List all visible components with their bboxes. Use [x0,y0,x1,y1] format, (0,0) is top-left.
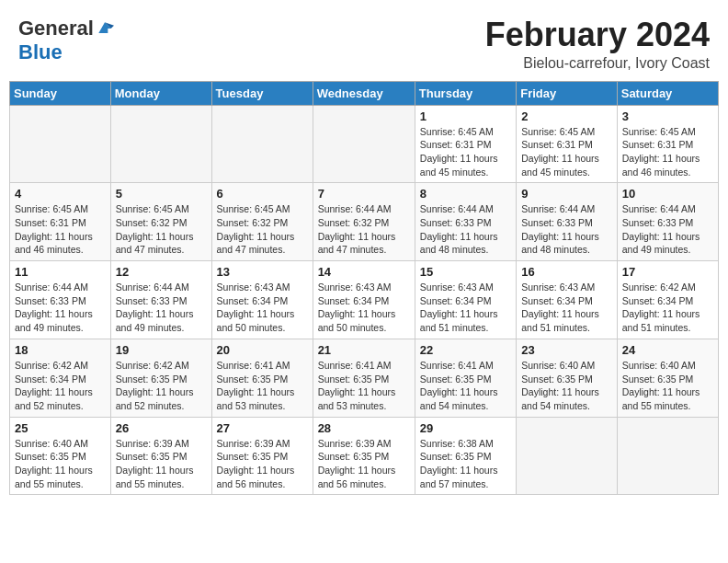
day-number: 5 [116,187,207,201]
day-number: 7 [318,187,410,201]
calendar-weekday-header: Friday [517,81,618,105]
calendar-week-row: 25Sunrise: 6:40 AM Sunset: 6:35 PM Dayli… [10,417,719,495]
calendar-cell [110,105,211,183]
day-number: 19 [116,343,207,357]
day-number: 28 [318,421,410,435]
day-info: Sunrise: 6:41 AM Sunset: 6:35 PM Dayligh… [217,359,308,413]
day-number: 12 [116,265,207,279]
day-info: Sunrise: 6:40 AM Sunset: 6:35 PM Dayligh… [15,437,106,491]
day-number: 1 [420,109,511,123]
calendar-cell: 16Sunrise: 6:43 AM Sunset: 6:34 PM Dayli… [517,261,618,339]
calendar-cell: 29Sunrise: 6:38 AM Sunset: 6:35 PM Dayli… [415,417,516,495]
calendar-cell: 5Sunrise: 6:45 AM Sunset: 6:32 PM Daylig… [110,183,211,261]
calendar-cell: 4Sunrise: 6:45 AM Sunset: 6:31 PM Daylig… [10,183,111,261]
calendar-cell: 17Sunrise: 6:42 AM Sunset: 6:34 PM Dayli… [617,261,718,339]
calendar-body: 1Sunrise: 6:45 AM Sunset: 6:31 PM Daylig… [10,105,719,495]
day-number: 29 [420,421,511,435]
title-section: February 2024 Bielou-carrefour, Ivory Co… [485,17,710,72]
day-info: Sunrise: 6:39 AM Sunset: 6:35 PM Dayligh… [217,437,308,491]
calendar-cell: 6Sunrise: 6:45 AM Sunset: 6:32 PM Daylig… [211,183,313,261]
day-info: Sunrise: 6:40 AM Sunset: 6:35 PM Dayligh… [521,359,612,413]
day-number: 9 [521,187,612,201]
day-info: Sunrise: 6:45 AM Sunset: 6:31 PM Dayligh… [521,125,612,179]
day-info: Sunrise: 6:43 AM Sunset: 6:34 PM Dayligh… [318,281,410,335]
month-title: February 2024 [485,17,710,53]
day-number: 3 [622,109,713,123]
logo-icon [96,19,114,38]
day-info: Sunrise: 6:44 AM Sunset: 6:32 PM Dayligh… [318,202,410,257]
calendar-weekday-header: Monday [110,81,211,105]
day-number: 10 [622,187,713,201]
day-info: Sunrise: 6:43 AM Sunset: 6:34 PM Dayligh… [521,281,612,335]
calendar-cell: 25Sunrise: 6:40 AM Sunset: 6:35 PM Dayli… [10,417,111,495]
calendar-cell [10,105,111,183]
calendar-cell: 13Sunrise: 6:43 AM Sunset: 6:34 PM Dayli… [211,261,313,339]
location: Bielou-carrefour, Ivory Coast [485,55,710,72]
calendar-week-row: 4Sunrise: 6:45 AM Sunset: 6:31 PM Daylig… [10,183,719,261]
day-info: Sunrise: 6:44 AM Sunset: 6:33 PM Dayligh… [420,202,511,257]
calendar-cell: 11Sunrise: 6:44 AM Sunset: 6:33 PM Dayli… [10,261,111,339]
calendar-cell [313,105,415,183]
calendar-cell: 28Sunrise: 6:39 AM Sunset: 6:35 PM Dayli… [313,417,415,495]
day-info: Sunrise: 6:42 AM Sunset: 6:34 PM Dayligh… [622,281,713,335]
day-number: 13 [217,265,308,279]
calendar-weekday-header: Thursday [415,81,516,105]
day-number: 25 [15,421,106,435]
calendar-cell: 10Sunrise: 6:44 AM Sunset: 6:33 PM Dayli… [617,183,718,261]
day-number: 16 [521,265,612,279]
day-info: Sunrise: 6:45 AM Sunset: 6:32 PM Dayligh… [116,202,207,257]
calendar-weekday-header: Tuesday [211,81,313,105]
calendar-cell: 23Sunrise: 6:40 AM Sunset: 6:35 PM Dayli… [517,339,618,417]
day-number: 6 [217,187,308,201]
day-number: 24 [622,343,713,357]
day-info: Sunrise: 6:44 AM Sunset: 6:33 PM Dayligh… [116,281,207,335]
day-info: Sunrise: 6:38 AM Sunset: 6:35 PM Dayligh… [420,437,511,491]
calendar-cell: 12Sunrise: 6:44 AM Sunset: 6:33 PM Dayli… [110,261,211,339]
calendar-weekday-header: Wednesday [313,81,415,105]
calendar-header: SundayMondayTuesdayWednesdayThursdayFrid… [10,81,719,105]
calendar-cell: 3Sunrise: 6:45 AM Sunset: 6:31 PM Daylig… [617,105,718,183]
calendar-cell: 7Sunrise: 6:44 AM Sunset: 6:32 PM Daylig… [313,183,415,261]
calendar-cell: 9Sunrise: 6:44 AM Sunset: 6:33 PM Daylig… [517,183,618,261]
calendar-week-row: 18Sunrise: 6:42 AM Sunset: 6:34 PM Dayli… [10,339,719,417]
calendar-cell [617,417,718,495]
day-number: 2 [521,109,612,123]
calendar-cell: 27Sunrise: 6:39 AM Sunset: 6:35 PM Dayli… [211,417,313,495]
day-number: 4 [15,187,106,201]
day-info: Sunrise: 6:42 AM Sunset: 6:34 PM Dayligh… [15,359,106,413]
day-info: Sunrise: 6:44 AM Sunset: 6:33 PM Dayligh… [521,202,612,257]
day-number: 21 [318,343,410,357]
calendar-cell [517,417,618,495]
day-info: Sunrise: 6:43 AM Sunset: 6:34 PM Dayligh… [217,281,308,335]
calendar-cell: 14Sunrise: 6:43 AM Sunset: 6:34 PM Dayli… [313,261,415,339]
day-number: 8 [420,187,511,201]
calendar-cell: 15Sunrise: 6:43 AM Sunset: 6:34 PM Dayli… [415,261,516,339]
calendar-cell: 8Sunrise: 6:44 AM Sunset: 6:33 PM Daylig… [415,183,516,261]
day-info: Sunrise: 6:45 AM Sunset: 6:31 PM Dayligh… [15,202,106,257]
day-info: Sunrise: 6:45 AM Sunset: 6:31 PM Dayligh… [420,125,511,179]
calendar-cell: 20Sunrise: 6:41 AM Sunset: 6:35 PM Dayli… [211,339,313,417]
calendar-cell: 24Sunrise: 6:40 AM Sunset: 6:35 PM Dayli… [617,339,718,417]
day-number: 15 [420,265,511,279]
logo-blue-text: Blue [18,40,63,64]
calendar-cell: 18Sunrise: 6:42 AM Sunset: 6:34 PM Dayli… [10,339,111,417]
calendar-cell: 26Sunrise: 6:39 AM Sunset: 6:35 PM Dayli… [110,417,211,495]
logo: General Blue [18,17,114,64]
day-info: Sunrise: 6:45 AM Sunset: 6:31 PM Dayligh… [622,125,713,179]
calendar-cell: 1Sunrise: 6:45 AM Sunset: 6:31 PM Daylig… [415,105,516,183]
day-info: Sunrise: 6:42 AM Sunset: 6:35 PM Dayligh… [116,359,207,413]
day-info: Sunrise: 6:44 AM Sunset: 6:33 PM Dayligh… [622,202,713,257]
calendar-weekday-header: Saturday [617,81,718,105]
day-info: Sunrise: 6:39 AM Sunset: 6:35 PM Dayligh… [318,437,410,491]
logo-general-text: General [18,17,94,40]
day-info: Sunrise: 6:41 AM Sunset: 6:35 PM Dayligh… [420,359,511,413]
day-info: Sunrise: 6:45 AM Sunset: 6:32 PM Dayligh… [217,202,308,257]
calendar-table: SundayMondayTuesdayWednesdayThursdayFrid… [9,81,719,496]
calendar-weekday-header: Sunday [10,81,111,105]
calendar-cell: 2Sunrise: 6:45 AM Sunset: 6:31 PM Daylig… [517,105,618,183]
day-info: Sunrise: 6:44 AM Sunset: 6:33 PM Dayligh… [15,281,106,335]
day-number: 14 [318,265,410,279]
day-number: 27 [217,421,308,435]
calendar-cell: 19Sunrise: 6:42 AM Sunset: 6:35 PM Dayli… [110,339,211,417]
day-info: Sunrise: 6:41 AM Sunset: 6:35 PM Dayligh… [318,359,410,413]
